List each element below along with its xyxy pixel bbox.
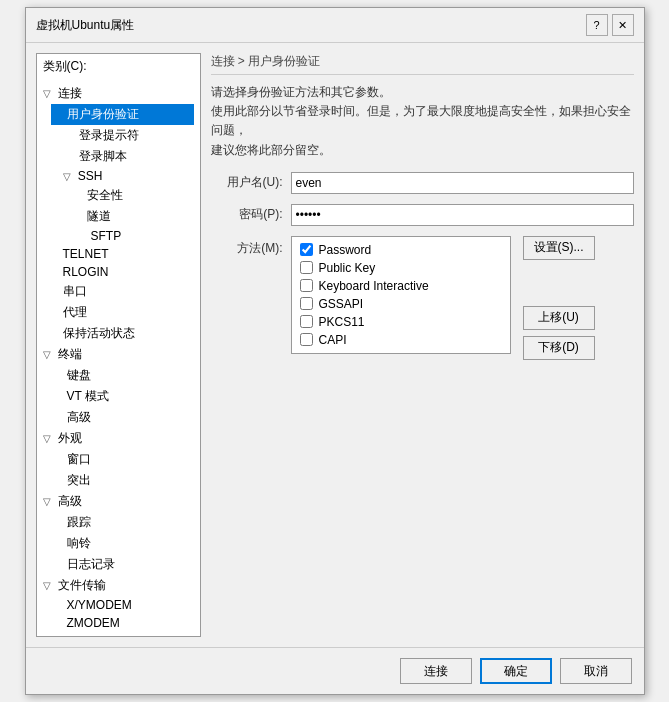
checkbox-capi[interactable] [300,333,313,346]
desc-line2: 使用此部分以节省登录时间。但是，为了最大限度地提高安全性，如果担心安全问题， [211,102,634,140]
desc-line1: 请选择身份验证方法和其它参数。 [211,83,634,102]
tree-item-连接[interactable]: ▽ 连接 [43,83,194,104]
sidebar-item-XYMODEM[interactable]: X/YMODEM [51,596,194,614]
form-section: 用户名(U): 密码(P): 方法(M): Password [211,172,634,360]
desc-line3: 建议您将此部分留空。 [211,141,634,160]
dialog: 虚拟机Ubuntu属性 ? ✕ 类别(C): ▽ 连接 用户身份验证 [25,7,645,695]
expander-icon: ▽ [43,88,55,99]
password-input[interactable] [291,204,634,226]
breadcrumb: 连接 > 用户身份验证 [211,53,634,75]
password-label: 密码(P): [211,206,283,223]
sidebar-item-响铃[interactable]: 响铃 [51,533,194,554]
sidebar-item-ZMODEM[interactable]: ZMODEM [51,614,194,632]
up-button[interactable]: 上移(U) [523,306,595,330]
username-label: 用户名(U): [211,174,283,191]
tree-group-终端: 键盘 VT 模式 高级 [43,365,194,428]
sidebar-item-VT模式[interactable]: VT 模式 [51,386,194,407]
tree-group-文件传输: X/YMODEM ZMODEM [43,596,194,632]
expander-外观-icon: ▽ [43,433,55,444]
sidebar-item-突出[interactable]: 突出 [51,470,194,491]
method-buttons: 设置(S)... 上移(U) 下移(D) [523,236,595,360]
connect-button[interactable]: 连接 [400,658,472,684]
left-panel: 类别(C): ▽ 连接 用户身份验证 登录提示符 登录脚本 [36,53,201,637]
right-panel: 连接 > 用户身份验证 请选择身份验证方法和其它参数。 使用此部分以节省登录时间… [211,53,634,637]
method-box: Password Public Key Keyboard Interactive [291,236,511,354]
category-label: 类别(C): [37,54,200,79]
sidebar-item-SSH[interactable]: ▽ SSH [51,167,194,185]
username-input[interactable] [291,172,634,194]
tree-item-高级2[interactable]: ▽ 高级 [43,491,194,512]
sidebar-item-登录提示符[interactable]: 登录提示符 [51,125,194,146]
checkbox-pkcs11[interactable] [300,315,313,328]
method-capi[interactable]: CAPI [300,333,502,347]
ok-button[interactable]: 确定 [480,658,552,684]
method-keyboard[interactable]: Keyboard Interactive [300,279,502,293]
dialog-footer: 连接 确定 取消 [26,647,644,694]
cancel-button[interactable]: 取消 [560,658,632,684]
tree-group-SSH: 安全性 隧道 SFTP [51,185,194,245]
question-button[interactable]: ? [586,14,608,36]
checkbox-gssapi[interactable] [300,297,313,310]
expander-高级-icon: ▽ [43,496,55,507]
sidebar-item-高级[interactable]: 高级 [51,407,194,428]
sidebar-item-跟踪[interactable]: 跟踪 [51,512,194,533]
dialog-title: 虚拟机Ubuntu属性 [36,17,135,34]
tree-item-终端[interactable]: ▽ 终端 [43,344,194,365]
dialog-body: 类别(C): ▽ 连接 用户身份验证 登录提示符 登录脚本 [26,43,644,647]
tree-group-外观: 窗口 突出 [43,449,194,491]
settings-button[interactable]: 设置(S)... [523,236,595,260]
sidebar-item-SFTP[interactable]: SFTP [71,227,194,245]
method-password[interactable]: Password [300,243,502,257]
expander-终端-icon: ▽ [43,349,55,360]
sidebar-item-RLOGIN[interactable]: RLOGIN [51,263,194,281]
tree-root: ▽ 连接 用户身份验证 登录提示符 登录脚本 ▽ [37,79,200,636]
sidebar-item-登录脚本[interactable]: 登录脚本 [51,146,194,167]
sidebar-item-代理[interactable]: 代理 [51,302,194,323]
password-row: 密码(P): [211,204,634,226]
sidebar-item-用户身份验证[interactable]: 用户身份验证 [51,104,194,125]
expander-文件传输-icon: ▽ [43,580,55,591]
username-row: 用户名(U): [211,172,634,194]
tree-item-文件传输[interactable]: ▽ 文件传输 [43,575,194,596]
tree-item-外观[interactable]: ▽ 外观 [43,428,194,449]
sidebar-item-日志记录[interactable]: 日志记录 [51,554,194,575]
sidebar-item-串口[interactable]: 串口 [51,281,194,302]
checkbox-password[interactable] [300,243,313,256]
checkbox-publickey[interactable] [300,261,313,274]
sidebar-item-保持活动状态[interactable]: 保持活动状态 [51,323,194,344]
tree-group-高级: 跟踪 响铃 日志记录 [43,512,194,575]
expander-ssh-icon: ▽ [63,171,75,182]
title-controls: ? ✕ [586,14,634,36]
method-label: 方法(M): [211,236,283,257]
description: 请选择身份验证方法和其它参数。 使用此部分以节省登录时间。但是，为了最大限度地提… [211,83,634,160]
title-bar: 虚拟机Ubuntu属性 ? ✕ [26,8,644,43]
down-button[interactable]: 下移(D) [523,336,595,360]
sidebar-item-TELNET[interactable]: TELNET [51,245,194,263]
method-pkcs11[interactable]: PKCS11 [300,315,502,329]
sidebar-item-键盘[interactable]: 键盘 [51,365,194,386]
method-publickey[interactable]: Public Key [300,261,502,275]
checkbox-keyboard[interactable] [300,279,313,292]
close-button[interactable]: ✕ [612,14,634,36]
sidebar-item-隧道[interactable]: 隧道 [71,206,194,227]
method-gssapi[interactable]: GSSAPI [300,297,502,311]
method-row: 方法(M): Password Public Key Keyboard I [211,236,634,360]
sidebar-item-窗口[interactable]: 窗口 [51,449,194,470]
tree-group-连接: 用户身份验证 登录提示符 登录脚本 ▽ SSH 安全 [43,104,194,344]
sidebar-item-安全性[interactable]: 安全性 [71,185,194,206]
